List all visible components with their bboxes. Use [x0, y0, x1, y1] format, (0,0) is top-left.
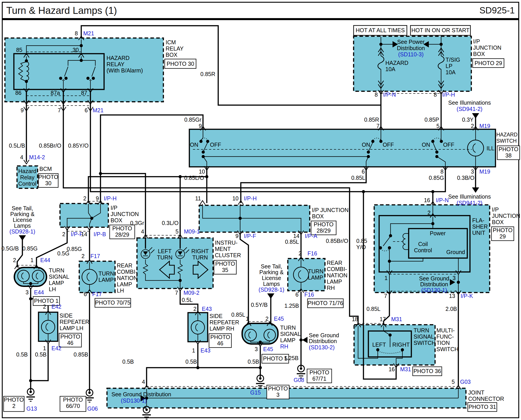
label: 0.85L: [231, 312, 245, 318]
label: PHOTO: [112, 225, 132, 232]
label: BOX: [492, 219, 504, 225]
label: JUNCTION: [473, 45, 501, 51]
label: (SD130-2): [309, 344, 335, 351]
label: SWITCH: [437, 346, 459, 352]
label: 0.85L: [351, 175, 365, 181]
label: Parking &: [10, 211, 35, 217]
label: 1.25B: [284, 355, 299, 361]
junction-dot: [206, 140, 209, 143]
label: PHOTO 31: [468, 404, 496, 410]
label: 0.5G/B: [1, 245, 19, 252]
label: COMBI-: [327, 266, 347, 272]
label: M21: [83, 30, 94, 37]
label: I/P-K: [460, 293, 473, 299]
label: 0.5B: [123, 359, 134, 365]
diagram-canvas: 8M21ICMRELAYBOXPHOTO 308530HAZARDRELAY(W…: [0, 0, 521, 420]
label: I/P-A: [305, 233, 317, 239]
label: M09-2: [184, 290, 199, 296]
label: LAMP: [308, 274, 323, 281]
label: PHOTO: [268, 385, 288, 392]
label: (SD941-2): [457, 200, 482, 206]
label: See Ground: [309, 332, 339, 338]
junction-dot: [29, 379, 32, 382]
label: M14-2: [29, 154, 45, 160]
label: 14: [81, 231, 87, 237]
label: 8: [434, 91, 437, 98]
junction-dot: [440, 140, 443, 143]
label: PHOTO: [499, 146, 518, 152]
label: 0.5B: [16, 351, 28, 358]
label: E43: [200, 347, 210, 353]
label: (SD110-3): [398, 51, 423, 58]
label: 87: [81, 90, 87, 96]
label: PHOTO: [61, 333, 80, 340]
junction-dot: [389, 234, 392, 237]
wiring-diagram-page: Turn & Hazard Lamps (1) SD925-1 8M21ICMR…: [0, 0, 521, 420]
label: See Illuminations: [448, 194, 491, 200]
label: Control: [414, 247, 432, 253]
label: 9: [96, 195, 99, 202]
junction-dot: [202, 150, 205, 154]
label: NATION: [117, 275, 138, 281]
label: 35: [222, 267, 228, 273]
label: 67/71: [312, 375, 327, 382]
label: SIGNAL: [49, 274, 69, 280]
label: E44: [34, 289, 44, 295]
label: F17: [90, 253, 100, 259]
label: G08: [294, 377, 304, 383]
label: Distribution: [397, 45, 425, 51]
ref-triangle-icon: [472, 188, 479, 193]
label: 0.85G: [67, 246, 82, 252]
label: TURN: [99, 270, 114, 277]
label: See Tail,: [12, 205, 33, 211]
label: 0.3Gr: [130, 220, 144, 226]
label: G03: [460, 379, 471, 385]
junction-dot: [388, 260, 391, 263]
label: PHOTO: [215, 261, 235, 267]
junction-dot: [92, 77, 95, 80]
label: F16: [304, 291, 314, 298]
label: 2: [13, 257, 16, 263]
wire: [241, 167, 366, 203]
label: PHOTO: [38, 174, 58, 180]
label: 2.0B: [445, 306, 457, 312]
component-box-solid: [189, 129, 496, 167]
label: 0.85Br/O: [39, 142, 61, 149]
label: 28/29: [115, 232, 129, 238]
label: 85: [16, 47, 22, 53]
label: 2: [428, 210, 431, 216]
label: 0.5L/B: [9, 142, 25, 149]
label: SIDE: [60, 312, 73, 319]
label: I/P-H: [104, 195, 117, 202]
label: SIDE: [209, 313, 222, 319]
label: See Ground Distribution: [111, 391, 171, 398]
junction-dot: [80, 59, 83, 62]
label: REPEATER: [60, 319, 89, 325]
label: RIGHT: [392, 342, 410, 348]
label: SHER: [472, 223, 488, 230]
junction-dot: [99, 172, 102, 175]
label: 1: [246, 315, 249, 322]
label: LAMP LH: [60, 325, 84, 331]
label: PHOTO 30: [167, 61, 194, 67]
label: TURN: [280, 324, 296, 331]
label: 86: [15, 90, 22, 96]
wire: [17, 238, 22, 268]
wire: [240, 233, 248, 324]
label: PHOTO: [309, 369, 329, 375]
label: 2: [83, 195, 86, 202]
label: See Power: [397, 39, 425, 45]
label: M19: [479, 123, 490, 129]
junction-dot: [431, 190, 434, 193]
label: 0.85L: [285, 239, 299, 245]
label: BCM: [39, 166, 52, 172]
label: E45: [274, 315, 284, 322]
ground-icon: [259, 377, 262, 380]
label: 0.85: [356, 238, 367, 244]
ref-triangle-icon: [19, 235, 26, 241]
label: ON: [190, 142, 199, 148]
label: 2: [43, 303, 46, 310]
label: SWITCH: [496, 138, 517, 144]
label: 4: [142, 379, 145, 385]
label: PHOTO: [4, 397, 24, 403]
